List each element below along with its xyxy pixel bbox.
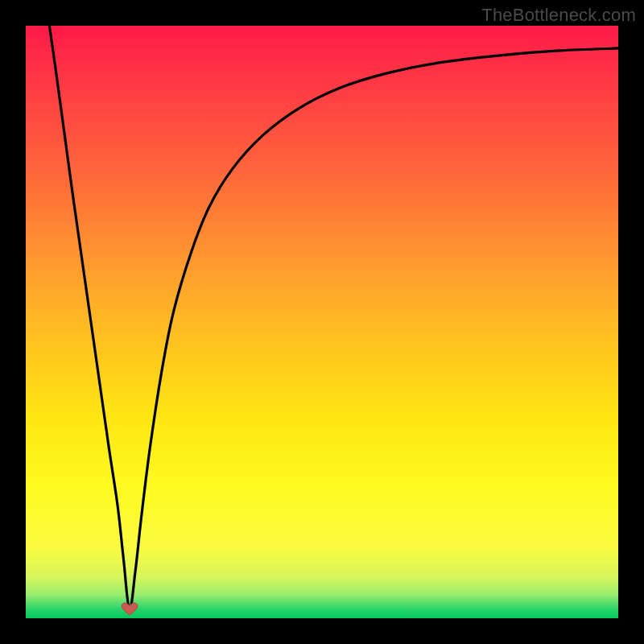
curve-path [49,26,618,609]
chart-frame: TheBottleneck.com [0,0,644,644]
chart-curve [26,26,618,618]
watermark-label: TheBottleneck.com [481,5,636,26]
min-marker-icon [121,602,138,617]
